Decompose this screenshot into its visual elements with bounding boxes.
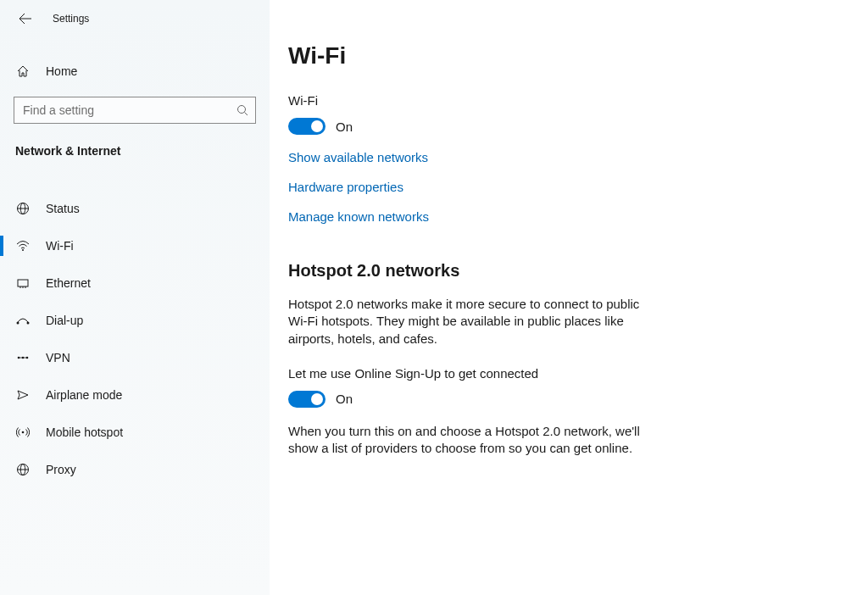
online-signup-toggle-state: On	[336, 392, 353, 406]
sidebar-item-vpn[interactable]: VPN	[0, 339, 270, 376]
search-icon	[236, 104, 248, 116]
svg-point-5	[22, 249, 24, 251]
sidebar-home[interactable]: Home	[0, 54, 270, 88]
wifi-toggle-label: Wi-Fi	[288, 93, 834, 108]
svg-point-0	[238, 106, 246, 114]
wifi-toggle-state: On	[336, 120, 353, 134]
nav-label: Status	[46, 202, 80, 215]
search-input[interactable]	[23, 103, 236, 117]
svg-point-16	[22, 431, 25, 434]
nav-label: Wi-Fi	[46, 239, 74, 253]
proxy-icon	[15, 462, 31, 477]
sidebar-top: Settings	[0, 0, 270, 34]
hotspot-icon	[15, 425, 31, 440]
home-icon	[15, 64, 31, 78]
nav-label: VPN	[46, 351, 70, 364]
app-title: Settings	[53, 13, 89, 25]
online-signup-toggle-row: On	[288, 391, 834, 408]
home-label: Home	[46, 64, 77, 78]
sidebar-section-header: Network & Internet	[0, 124, 270, 164]
sidebar-item-proxy[interactable]: Proxy	[0, 451, 270, 488]
dialup-icon	[15, 313, 31, 328]
airplane-icon	[15, 387, 31, 403]
link-manage-known-networks[interactable]: Manage known networks	[288, 209, 834, 224]
online-signup-note: When you turn this on and choose a Hotsp…	[288, 423, 661, 458]
nav-label: Mobile hotspot	[46, 425, 123, 439]
wifi-toggle-row: On	[288, 118, 834, 135]
online-signup-toggle[interactable]	[288, 391, 326, 408]
nav-label: Ethernet	[46, 276, 91, 290]
nav-label: Proxy	[46, 463, 76, 476]
globe-icon	[15, 201, 31, 216]
nav-label: Dial-up	[46, 314, 83, 327]
sidebar-item-dialup[interactable]: Dial-up	[0, 302, 270, 339]
sidebar-item-wifi[interactable]: Wi-Fi	[0, 227, 270, 264]
wifi-toggle[interactable]	[288, 118, 326, 135]
ethernet-icon	[15, 275, 31, 291]
svg-point-10	[17, 322, 19, 325]
nav-label: Airplane mode	[46, 388, 122, 402]
sidebar-item-airplane[interactable]: Airplane mode	[0, 376, 270, 414]
sidebar: Settings Home Network & Internet Status …	[0, 0, 270, 595]
back-arrow-icon[interactable]	[19, 12, 32, 25]
wifi-links-group: Show available networks Hardware propert…	[288, 150, 834, 224]
svg-line-1	[245, 113, 248, 116]
search-box[interactable]	[14, 97, 256, 124]
hotspot-section-title: Hotspot 2.0 networks	[288, 261, 834, 281]
svg-point-11	[27, 322, 30, 325]
sidebar-item-ethernet[interactable]: Ethernet	[0, 264, 270, 302]
svg-rect-6	[18, 280, 28, 286]
vpn-icon	[15, 350, 31, 365]
online-signup-label: Let me use Online Sign-Up to get connect…	[288, 366, 834, 381]
link-show-networks[interactable]: Show available networks	[288, 150, 834, 164]
sidebar-item-hotspot[interactable]: Mobile hotspot	[0, 414, 270, 451]
hotspot-description: Hotspot 2.0 networks make it more secure…	[288, 296, 661, 348]
main-pane: Wi-Fi Wi-Fi On Show available networks H…	[270, 0, 868, 595]
sidebar-item-status[interactable]: Status	[0, 190, 270, 227]
wifi-icon	[15, 238, 31, 253]
nav-list: Status Wi-Fi Ethernet Dial-up VPN	[0, 190, 270, 488]
page-title: Wi-Fi	[288, 42, 834, 70]
link-hardware-properties[interactable]: Hardware properties	[288, 180, 834, 194]
